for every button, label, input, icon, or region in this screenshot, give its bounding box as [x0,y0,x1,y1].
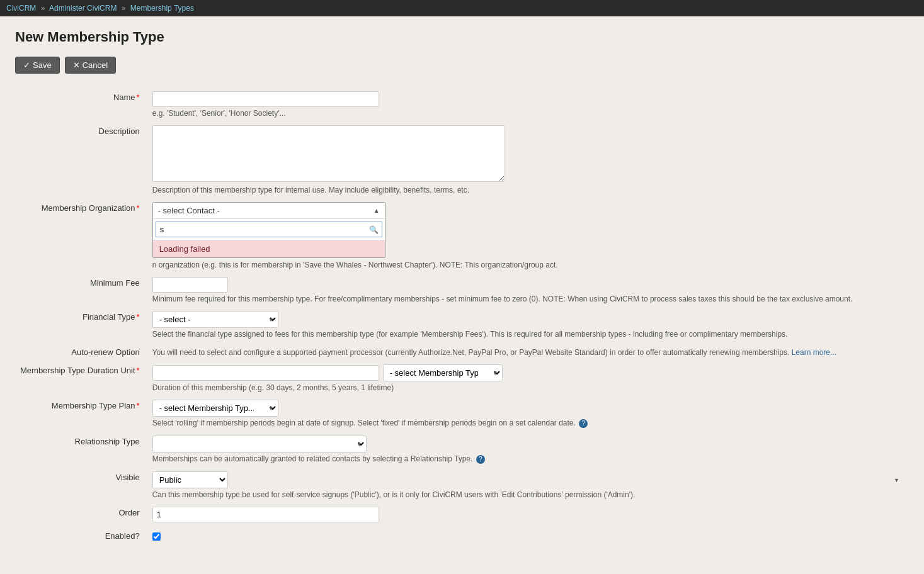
select-contact-placeholder: - select Contact - [158,206,220,215]
relationship-type-select[interactable] [152,436,367,453]
select-contact-dropdown: - select Contact - ▲ 🔍 Loading failed [152,202,385,258]
financial-type-label: Financial Type* [15,307,147,342]
breadcrumb-civicrm[interactable]: CiviCRM [6,4,36,13]
x-icon: ✕ [73,60,80,70]
visible-select[interactable]: Public Admin [152,471,228,488]
visible-select-wrapper: Public Admin [152,471,904,488]
relationship-type-hint: Memberships can be automatically granted… [152,454,904,464]
minimum-fee-row: Minimum Fee Minimum fee required for thi… [15,273,909,307]
page-title: New Membership Type [15,29,909,45]
order-input[interactable] [152,507,379,522]
dropdown-arrow-icon: ▲ [374,207,380,214]
name-label: Name* [15,87,147,121]
financial-type-select-wrapper: - select - [152,311,278,328]
duration-select-wrapper: - select Membership Typ... [383,364,503,381]
relationship-type-row: Relationship Type Memberships can be aut… [15,432,909,468]
name-row: Name* e.g. 'Student', 'Senior', 'Honor S… [15,87,909,121]
name-input[interactable] [152,91,379,107]
minimum-fee-hint: Minimum fee required for this membership… [152,295,877,303]
autorenew-label: Auto-renew Option [15,342,147,361]
select-contact-search: 🔍 [153,219,385,240]
contact-search-input[interactable] [156,222,382,237]
breadcrumb: CiviCRM » Administer CiviCRM » Membershi… [6,4,194,13]
plan-label: Membership Type Plan* [15,396,147,432]
autorenew-hint: You will need to select and configure a … [152,348,877,357]
enabled-row: Enabled? [15,526,909,546]
plan-hint: Select 'rolling' if membership periods b… [152,419,904,428]
visible-label: Visible [15,468,147,503]
plan-select-wrapper: - select Membership Typ... [152,400,278,417]
relationship-help-icon[interactable]: ? [476,455,485,464]
select-contact-header[interactable]: - select Contact - ▲ [153,203,385,219]
toolbar: ✓ Save ✕ Cancel [15,57,909,74]
cancel-button[interactable]: ✕ Cancel [65,57,116,74]
membership-org-row: Membership Organization* - select Contac… [15,198,909,273]
checkmark-icon: ✓ [23,60,30,70]
order-row: Order [15,503,909,526]
description-label: Description [15,121,147,198]
relationship-type-label: Relationship Type [15,432,147,468]
form-table: Name* e.g. 'Student', 'Senior', 'Honor S… [15,87,909,546]
financial-type-hint: Select the financial type assigned to fe… [152,330,877,339]
plan-select[interactable]: - select Membership Typ... [152,400,278,417]
learn-more-link[interactable]: Learn more... [792,348,836,357]
breadcrumb-current: Membership Types [130,4,194,13]
duration-row: Membership Type Duration Unit* - select … [15,361,909,396]
description-textarea[interactable] [152,125,505,182]
membership-org-label: Membership Organization* [15,198,147,273]
financial-type-select[interactable]: - select - [152,311,278,328]
plan-row: Membership Type Plan* - select Membershi… [15,396,909,432]
minimum-fee-label: Minimum Fee [15,273,147,307]
name-hint: e.g. 'Student', 'Senior', 'Honor Society… [152,109,904,118]
save-button[interactable]: ✓ Save [15,57,60,74]
autorenew-row: Auto-renew Option You will need to selec… [15,342,909,361]
breadcrumb-administer[interactable]: Administer CiviCRM [49,4,117,13]
duration-unit-select[interactable]: - select Membership Typ... [383,364,503,381]
duration-controls: - select Membership Typ... [152,364,904,381]
description-hint: Description of this membership type for … [152,186,904,194]
order-label: Order [15,503,147,526]
visible-hint: Can this membership type be used for sel… [152,490,877,499]
duration-number-input[interactable] [152,365,379,381]
loading-failed-message: Loading failed [153,240,385,257]
description-row: Description Description of this membersh… [15,121,909,198]
relationship-select-wrapper [152,436,367,453]
select-contact-wrapper: - select Contact - ▲ 🔍 Loading failed [152,202,385,258]
enabled-label: Enabled? [15,526,147,546]
visible-row: Visible Public Admin Can this membership… [15,468,909,503]
minimum-fee-input[interactable] [152,277,228,293]
membership-org-hint: n organization (e.g. this is for members… [152,261,877,269]
duration-hint: Duration of this membership (e.g. 30 day… [152,383,904,392]
enabled-checkbox[interactable] [152,532,161,541]
plan-help-icon[interactable]: ? [579,419,588,428]
financial-type-row: Financial Type* - select - Select the fi… [15,307,909,342]
duration-label: Membership Type Duration Unit* [15,361,147,396]
search-icon: 🔍 [369,225,379,234]
